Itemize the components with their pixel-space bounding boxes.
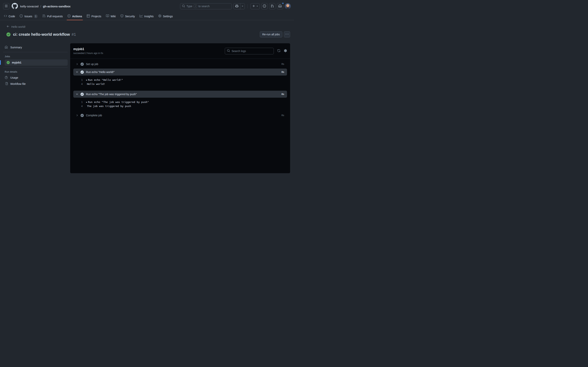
step-name: Run echo "Hello world!" <box>86 70 114 74</box>
table-icon <box>87 14 90 18</box>
log-line-text: Run echo "The job was triggered by push" <box>88 100 149 103</box>
job-title: myjob1 <box>73 47 103 51</box>
chevron-right-icon <box>76 114 78 117</box>
run-content: Summary Jobs myjob1 Run details Usage Wo… <box>0 37 294 173</box>
shield-icon <box>120 14 123 18</box>
github-logo[interactable] <box>12 3 18 10</box>
tab-label: Pull requests <box>47 15 63 18</box>
step-log-lines: 1 ▶Run echo "Hello world!" 4 Hello world… <box>73 75 287 89</box>
tab-security[interactable]: Security <box>118 12 137 20</box>
log-line-text: The job was triggered by push <box>87 105 131 108</box>
log-line-number[interactable]: 4 <box>73 105 83 108</box>
run-header: Hello world! ci: create hello-world work… <box>0 20 294 37</box>
book-icon <box>106 14 109 18</box>
tab-label: Projects <box>91 15 101 18</box>
step-name: Run echo "The job was triggered by push" <box>86 93 137 96</box>
step-name: Set up job <box>86 63 98 66</box>
step-name: Complete job <box>86 114 102 117</box>
copilot-chat-button[interactable] <box>233 3 240 9</box>
three-bars-icon <box>5 4 8 8</box>
log-group-toggle-icon[interactable]: ▶ <box>86 79 87 81</box>
tab-actions[interactable]: Actions <box>65 12 84 20</box>
log-group-toggle-icon[interactable]: ▶ <box>86 101 87 103</box>
log-line-text: Hello world! <box>87 83 105 85</box>
create-new-button[interactable] <box>251 3 260 9</box>
back-link-label: Hello world! <box>11 25 26 28</box>
gear-icon <box>284 49 287 53</box>
tab-pull-requests[interactable]: Pull requests <box>40 12 65 20</box>
log-line: 4 Hello world! <box>73 82 287 86</box>
jobs-section-heading: Jobs <box>3 54 68 59</box>
issues-dashboard-button[interactable] <box>261 3 268 9</box>
copilot-button <box>233 3 245 9</box>
success-check-circle-icon <box>6 33 10 36</box>
log-panel-header: myjob1 succeeded 2 hours ago in 0s <box>70 43 290 59</box>
tab-wiki[interactable]: Wiki <box>104 12 118 20</box>
breadcrumb-repo[interactable]: gh-actions-sandbox <box>43 5 70 8</box>
global-search-input[interactable]: Type / to search <box>180 3 232 9</box>
step-row-set-up-job[interactable]: Set up job 0s <box>73 61 287 67</box>
step-duration: 0s <box>282 93 285 96</box>
hamburger-menu-button[interactable] <box>3 3 9 9</box>
user-avatar[interactable] <box>285 3 291 9</box>
active-tab-underline <box>67 20 83 20</box>
sidebar-item-usage[interactable]: Usage <box>3 75 68 81</box>
sidebar-item-label: Workflow file <box>10 82 26 85</box>
back-to-workflow-link[interactable]: Hello world! <box>6 25 26 29</box>
sidebar-item-summary[interactable]: Summary <box>3 44 68 50</box>
copilot-dropdown-button[interactable] <box>240 3 245 9</box>
active-job-accent-bar <box>0 60 1 65</box>
log-line: 4 The job was triggered by push <box>73 104 287 108</box>
inbox-icon <box>278 4 282 8</box>
step-row-complete-job[interactable]: Complete job 0s <box>73 112 287 118</box>
step-check-circle-icon <box>80 70 84 74</box>
arrow-left-icon <box>6 25 9 29</box>
slash-key-hint: / <box>194 4 197 8</box>
tab-projects[interactable]: Projects <box>84 12 104 20</box>
stopwatch-icon <box>5 76 8 80</box>
tab-label: Settings <box>163 15 173 18</box>
run-sidebar: Summary Jobs myjob1 Run details Usage Wo… <box>3 37 68 87</box>
log-search-input[interactable] <box>232 50 272 53</box>
github-actions-run-page: kelly-sovacool / gh-actions-sandbox Type… <box>0 0 294 173</box>
graph-icon <box>140 14 143 18</box>
rerun-all-jobs-button[interactable]: Re-run all jobs <box>260 31 282 37</box>
notifications-wrapper <box>277 3 283 9</box>
step-duration: 0s <box>282 114 285 117</box>
log-search-box <box>225 48 274 54</box>
refresh-logs-button[interactable] <box>277 49 280 53</box>
log-line: 1 ▶Run echo "The job was triggered by pu… <box>73 100 287 104</box>
chevron-down-icon <box>76 71 78 73</box>
log-line-text: Run echo "Hello world!" <box>88 78 123 81</box>
success-check-circle-icon <box>7 61 10 64</box>
play-icon <box>68 14 70 18</box>
chevron-down-icon <box>257 6 258 7</box>
pull-requests-dashboard-button[interactable] <box>269 3 275 9</box>
tab-label: Insights <box>144 15 154 18</box>
home-icon <box>5 46 8 49</box>
sidebar-job-myjob1[interactable]: myjob1 <box>5 59 68 66</box>
log-body: Set up job 0s Run echo "Hello world!" 0s… <box>70 59 290 118</box>
step-row-run-echo-triggered-by-push[interactable]: Run echo "The job was triggered by push"… <box>73 91 287 98</box>
tab-issues[interactable]: Issues 1 <box>17 12 40 20</box>
log-line-number[interactable]: 1 <box>73 101 83 103</box>
run-title-row: ci: create hello-world workflow #1 Re-ru… <box>6 31 290 37</box>
unread-notification-dot <box>282 2 284 4</box>
tab-code[interactable]: Code <box>1 12 17 20</box>
issue-opened-icon <box>20 14 23 18</box>
git-pull-request-icon <box>271 4 274 8</box>
tab-insights[interactable]: Insights <box>137 12 156 20</box>
step-check-circle-icon <box>80 63 84 66</box>
log-line-number[interactable]: 1 <box>73 79 83 81</box>
octocat-mark-icon <box>12 3 18 10</box>
job-list: myjob1 <box>3 59 68 66</box>
sidebar-item-workflow-file[interactable]: Workflow file <box>3 81 68 87</box>
chevron-right-icon <box>76 63 78 66</box>
header-divider <box>248 4 248 8</box>
tab-settings[interactable]: Settings <box>156 12 175 20</box>
run-options-kebab-button[interactable] <box>284 31 290 37</box>
breadcrumb-owner[interactable]: kelly-sovacool <box>20 5 38 8</box>
log-line-number[interactable]: 4 <box>73 83 83 85</box>
step-row-run-echo-hello-world[interactable]: Run echo "Hello world!" 0s <box>73 68 287 75</box>
log-settings-button[interactable] <box>284 49 287 53</box>
